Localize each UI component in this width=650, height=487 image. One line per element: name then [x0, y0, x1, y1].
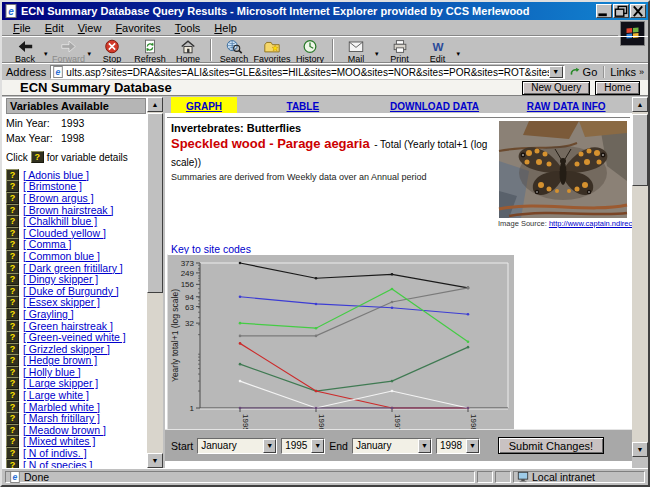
scroll-up-icon[interactable]: ▲ [147, 97, 163, 112]
variable-link-large-white[interactable]: [ Large white ] [23, 389, 89, 401]
links-button[interactable]: Links » [603, 66, 644, 78]
question-mark-icon[interactable]: ? [6, 192, 19, 204]
edit-button[interactable]: WEdit [419, 38, 457, 64]
mail-button[interactable]: Mail [337, 38, 375, 64]
variable-link-brown-hairstreak[interactable]: [ Brown hairstreak ] [23, 204, 113, 216]
chevron-down-icon[interactable]: ▾ [457, 50, 461, 58]
question-mark-icon[interactable]: ? [6, 412, 19, 424]
variable-link-duke-of-burgundy[interactable]: [ Duke of Burgundy ] [23, 285, 119, 297]
variable-link-clouded-yellow[interactable]: [ Clouded yellow ] [23, 227, 106, 239]
question-mark-icon[interactable]: ? [6, 169, 19, 181]
variable-link-comma[interactable]: [ Comma ] [23, 238, 71, 250]
menu-file[interactable]: File [6, 22, 38, 34]
menu-edit[interactable]: Edit [38, 22, 71, 34]
question-mark-icon[interactable]: ? [6, 401, 19, 413]
tab-label-table[interactable]: TABLE [287, 101, 320, 112]
chevron-down-icon[interactable]: ▼ [418, 439, 431, 453]
chevron-down-icon[interactable]: ▼ [311, 439, 324, 453]
question-mark-icon[interactable]: ? [6, 262, 19, 274]
tab-label-raw-data-info[interactable]: RAW DATA INFO [527, 101, 606, 112]
tab-graph[interactable]: GRAPH [171, 97, 237, 113]
question-mark-icon[interactable]: ? [6, 447, 19, 459]
variable-link-adonis-blue[interactable]: [ Adonis blue ] [23, 169, 89, 181]
home-button[interactable]: Home [169, 38, 207, 64]
sidebar-scrollbar[interactable]: ▲ ▼ [147, 97, 163, 468]
restore-button[interactable] [613, 4, 629, 18]
question-mark-icon[interactable]: ? [6, 180, 19, 192]
variable-link-brimstone[interactable]: [ Brimstone ] [23, 180, 82, 192]
menu-view[interactable]: View [71, 22, 109, 34]
variable-link-grayling[interactable]: [ Grayling ] [23, 308, 74, 320]
variable-link-meadow-brown[interactable]: [ Meadow brown ] [23, 424, 106, 436]
new-query-button[interactable]: New Query [522, 81, 590, 95]
variable-link-holly-blue[interactable]: [ Holly blue ] [23, 366, 81, 378]
variable-link-large-skipper[interactable]: [ Large skipper ] [23, 377, 98, 389]
question-mark-icon[interactable]: ? [6, 424, 19, 436]
main-scrollbar[interactable]: ▲ ▼ [632, 97, 648, 457]
question-mark-icon[interactable]: ? [6, 435, 19, 447]
close-button[interactable] [630, 4, 646, 18]
search-button[interactable]: Search [215, 38, 253, 64]
image-source-link[interactable]: http://www.captain.ndirect.co.uk [549, 219, 632, 228]
question-mark-icon[interactable]: ? [6, 354, 19, 366]
chevron-down-icon[interactable]: ▾ [375, 50, 379, 58]
scroll-up-icon[interactable]: ▲ [632, 97, 648, 112]
end-month-select[interactable]: January ▼ [352, 438, 432, 454]
question-mark-icon[interactable]: ? [6, 215, 19, 227]
question-mark-icon[interactable]: ? [6, 227, 19, 239]
favorites-button[interactable]: Favorites [253, 38, 291, 64]
tab-label-graph[interactable]: GRAPH [186, 101, 222, 112]
variable-link-dark-green-fritillary[interactable]: [ Dark green fritillary ] [23, 262, 123, 274]
variable-link-n-of-indivs[interactable]: [ N of indivs. ] [23, 447, 87, 459]
start-year-select[interactable]: 1995 ▼ [281, 438, 325, 454]
variable-link-marsh-fritillary[interactable]: [ Marsh fritillary ] [23, 412, 100, 424]
variable-link-common-blue[interactable]: [ Common blue ] [23, 250, 100, 262]
variable-link-mixed-whites[interactable]: [ Mixed whites ] [23, 435, 95, 447]
chevron-down-icon[interactable]: ▾ [44, 50, 48, 58]
stop-button[interactable]: Stop [93, 38, 131, 64]
question-mark-icon[interactable]: ? [6, 377, 19, 389]
end-year-select[interactable]: 1998 ▼ [436, 438, 480, 454]
question-mark-icon[interactable]: ? [6, 459, 19, 468]
variable-link-marbled-white[interactable]: [ Marbled white ] [23, 401, 100, 413]
menu-favorites[interactable]: Favorites [108, 22, 167, 34]
variable-link-grizzled-skipper[interactable]: [ Grizzled skipper ] [23, 343, 110, 355]
back-button[interactable]: Back [6, 38, 44, 64]
question-mark-icon[interactable]: ? [6, 366, 19, 378]
submit-changes-button[interactable]: Submit Changes! [498, 437, 604, 454]
menu-tools[interactable]: Tools [168, 22, 208, 34]
question-mark-icon[interactable]: ? [6, 285, 19, 297]
tab-download-data[interactable]: DOWNLOAD DATA [369, 97, 501, 114]
go-button[interactable]: Go [569, 66, 598, 78]
question-mark-icon[interactable]: ? [6, 273, 19, 285]
scroll-down-icon[interactable]: ▼ [147, 453, 163, 468]
question-mark-icon[interactable]: ? [6, 389, 19, 401]
chevron-down-icon[interactable]: ▼ [263, 439, 276, 453]
variable-link-green-hairstreak[interactable]: [ Green hairstreak ] [23, 320, 113, 332]
question-mark-icon[interactable]: ? [6, 296, 19, 308]
print-button[interactable]: Print [381, 38, 419, 64]
history-button[interactable]: History [291, 38, 329, 64]
tab-table[interactable]: TABLE [237, 97, 369, 114]
address-dropdown-button[interactable]: ▼ [549, 66, 563, 78]
question-mark-icon[interactable]: ? [6, 250, 19, 262]
menu-help[interactable]: Help [207, 22, 244, 34]
address-input[interactable] [66, 66, 548, 78]
scroll-down-icon[interactable]: ▼ [632, 442, 648, 457]
variable-link-n-of-species[interactable]: [ N of species ] [23, 459, 92, 468]
chevron-down-icon[interactable]: ▼ [466, 439, 479, 453]
minimize-button[interactable] [596, 4, 612, 18]
variable-link-brown-argus[interactable]: [ Brown argus ] [23, 192, 94, 204]
question-mark-icon[interactable]: ? [6, 343, 19, 355]
variable-link-hedge-brown[interactable]: [ Hedge brown ] [23, 354, 97, 366]
question-mark-icon[interactable]: ? [6, 238, 19, 250]
start-month-select[interactable]: January ▼ [197, 438, 277, 454]
question-mark-icon[interactable]: ? [6, 320, 19, 332]
variable-link-green-veined-white[interactable]: [ Green-veined white ] [23, 331, 126, 343]
variable-link-essex-skipper[interactable]: [ Essex skipper ] [23, 296, 100, 308]
tab-label-download-data[interactable]: DOWNLOAD DATA [390, 101, 479, 112]
sidebar-scroll-thumb[interactable] [147, 113, 163, 293]
variable-link-dingy-skipper[interactable]: [ Dingy skipper ] [23, 273, 98, 285]
refresh-button[interactable]: Refresh [131, 38, 169, 64]
question-mark-icon[interactable]: ? [6, 308, 19, 320]
